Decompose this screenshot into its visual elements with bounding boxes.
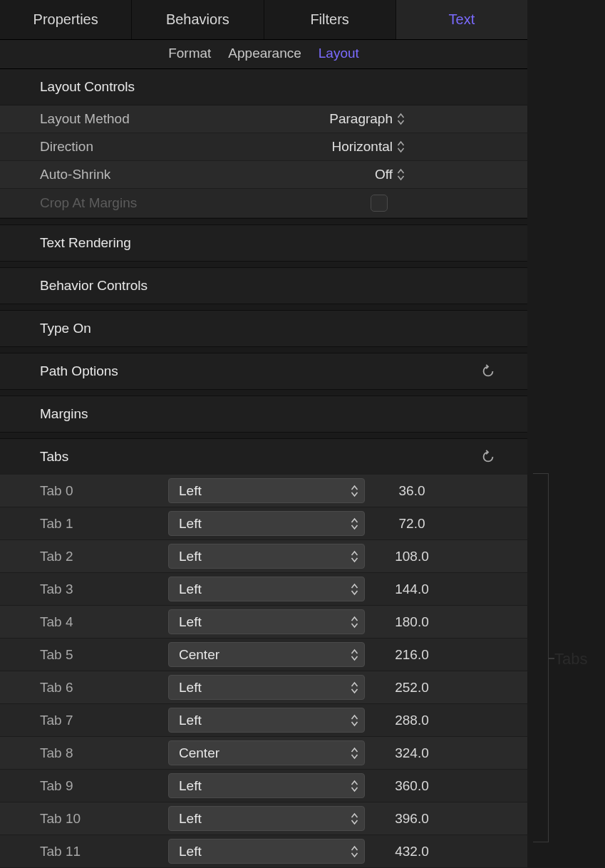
section-title: Text Rendering bbox=[40, 235, 131, 251]
tab-row: Tab 5Center216.0 bbox=[0, 639, 527, 671]
tab-align-value: Left bbox=[179, 680, 202, 696]
tab-row: Tab 9Left360.0 bbox=[0, 770, 527, 802]
tab-row: Tab 11Left432.0 bbox=[0, 835, 527, 868]
label-crop-at-margins: Crop At Margins bbox=[40, 195, 168, 211]
row-auto-shrink: Auto-Shrink Off bbox=[0, 161, 527, 189]
inspector-content: Layout Controls Layout Method Paragraph … bbox=[0, 69, 527, 868]
subtab-appearance[interactable]: Appearance bbox=[228, 46, 301, 61]
tab-align-value: Left bbox=[179, 614, 202, 630]
tab-align-select[interactable]: Left bbox=[168, 839, 365, 864]
tab-position-value[interactable]: 288.0 bbox=[365, 713, 527, 728]
tab-label: Tab 9 bbox=[40, 778, 168, 794]
tab-align-select[interactable]: Left bbox=[168, 708, 365, 733]
crop-at-margins-checkbox[interactable] bbox=[371, 195, 388, 212]
label-layout-method: Layout Method bbox=[40, 111, 168, 127]
tab-position-value[interactable]: 108.0 bbox=[365, 549, 527, 564]
tab-behaviors[interactable]: Behaviors bbox=[132, 0, 264, 39]
tab-row: Tab 0Left36.0 bbox=[0, 475, 527, 507]
section-text-rendering[interactable]: Text Rendering bbox=[0, 225, 527, 261]
value-layout-method[interactable]: Paragraph bbox=[168, 111, 527, 127]
tab-row: Tab 10Left396.0 bbox=[0, 802, 527, 835]
tab-align-select[interactable]: Left bbox=[168, 773, 365, 798]
row-layout-method: Layout Method Paragraph bbox=[0, 105, 527, 133]
bracket-line bbox=[533, 473, 549, 842]
tab-position-value[interactable]: 360.0 bbox=[365, 778, 527, 794]
stepper-icon bbox=[351, 517, 358, 530]
tab-align-select[interactable]: Center bbox=[168, 642, 365, 667]
tab-align-value: Left bbox=[179, 713, 202, 728]
tab-align-select[interactable]: Left bbox=[168, 478, 365, 503]
section-title: Behavior Controls bbox=[40, 278, 148, 294]
tab-label: Tab 8 bbox=[40, 745, 168, 761]
tab-label: Tab 7 bbox=[40, 713, 168, 728]
tab-align-value: Center bbox=[179, 745, 219, 761]
tab-align-value: Center bbox=[179, 647, 219, 663]
stepper-icon bbox=[351, 812, 358, 825]
label-direction: Direction bbox=[40, 139, 168, 155]
reset-icon[interactable] bbox=[480, 363, 496, 379]
bracket-tick bbox=[549, 658, 554, 659]
tab-position-value[interactable]: 144.0 bbox=[365, 582, 527, 597]
tab-position-value[interactable]: 216.0 bbox=[365, 647, 527, 663]
tab-align-value: Left bbox=[179, 582, 202, 597]
tab-align-select[interactable]: Left bbox=[168, 577, 365, 601]
tab-label: Tab 4 bbox=[40, 614, 168, 630]
stepper-icon bbox=[351, 780, 358, 792]
annotation-label: Tabs bbox=[554, 650, 587, 668]
tab-align-select[interactable]: Left bbox=[168, 806, 365, 831]
layout-method-value: Paragraph bbox=[329, 111, 393, 127]
tab-row: Tab 6Left252.0 bbox=[0, 671, 527, 704]
section-title: Path Options bbox=[40, 363, 118, 379]
tab-label: Tab 5 bbox=[40, 647, 168, 663]
tab-position-value[interactable]: 324.0 bbox=[365, 745, 527, 761]
section-behavior-controls[interactable]: Behavior Controls bbox=[0, 268, 527, 304]
reset-icon[interactable] bbox=[480, 449, 496, 465]
tab-align-select[interactable]: Left bbox=[168, 544, 365, 569]
section-layout-controls[interactable]: Layout Controls bbox=[0, 69, 527, 105]
sub-tab-bar: Format Appearance Layout bbox=[0, 40, 527, 69]
tab-row: Tab 2Left108.0 bbox=[0, 540, 527, 573]
section-tabs[interactable]: Tabs bbox=[0, 439, 527, 475]
stepper-icon bbox=[351, 550, 358, 563]
section-path-options[interactable]: Path Options bbox=[0, 353, 527, 389]
tab-align-value: Left bbox=[179, 549, 202, 564]
tab-align-select[interactable]: Left bbox=[168, 609, 365, 634]
section-title: Layout Controls bbox=[40, 79, 135, 95]
tab-position-value[interactable]: 432.0 bbox=[365, 844, 527, 859]
tab-position-value[interactable]: 396.0 bbox=[365, 811, 527, 827]
tab-position-value[interactable]: 252.0 bbox=[365, 680, 527, 696]
stepper-icon bbox=[397, 113, 405, 125]
section-margins[interactable]: Margins bbox=[0, 396, 527, 432]
section-title: Tabs bbox=[40, 449, 68, 465]
tab-label: Tab 10 bbox=[40, 811, 168, 827]
divider bbox=[0, 304, 527, 311]
tab-position-value[interactable]: 72.0 bbox=[365, 516, 527, 532]
tab-align-value: Left bbox=[179, 778, 202, 794]
tabs-list: Tab 0Left36.0Tab 1Left72.0Tab 2Left108.0… bbox=[0, 475, 527, 868]
tab-align-select[interactable]: Center bbox=[168, 740, 365, 765]
tab-align-value: Left bbox=[179, 483, 202, 499]
inspector-panel: Properties Behaviors Filters Text Format… bbox=[0, 0, 527, 868]
tab-position-value[interactable]: 36.0 bbox=[365, 483, 527, 499]
tab-text[interactable]: Text bbox=[396, 0, 527, 39]
tab-align-value: Left bbox=[179, 844, 202, 859]
tab-label: Tab 0 bbox=[40, 483, 168, 499]
tab-filters[interactable]: Filters bbox=[264, 0, 396, 39]
tab-align-select[interactable]: Left bbox=[168, 511, 365, 536]
tab-align-select[interactable]: Left bbox=[168, 675, 365, 700]
value-auto-shrink[interactable]: Off bbox=[168, 167, 527, 182]
top-tab-bar: Properties Behaviors Filters Text bbox=[0, 0, 527, 40]
tab-row: Tab 7Left288.0 bbox=[0, 704, 527, 737]
section-type-on[interactable]: Type On bbox=[0, 311, 527, 346]
divider bbox=[0, 261, 527, 268]
subtab-layout[interactable]: Layout bbox=[319, 46, 359, 61]
tab-label: Tab 1 bbox=[40, 516, 168, 532]
divider bbox=[0, 346, 527, 353]
tab-position-value[interactable]: 180.0 bbox=[365, 614, 527, 630]
value-direction[interactable]: Horizontal bbox=[168, 139, 527, 155]
section-title: Margins bbox=[40, 406, 88, 422]
subtab-format[interactable]: Format bbox=[168, 46, 211, 61]
divider bbox=[0, 432, 527, 439]
section-title: Type On bbox=[40, 321, 91, 336]
tab-properties[interactable]: Properties bbox=[0, 0, 132, 39]
